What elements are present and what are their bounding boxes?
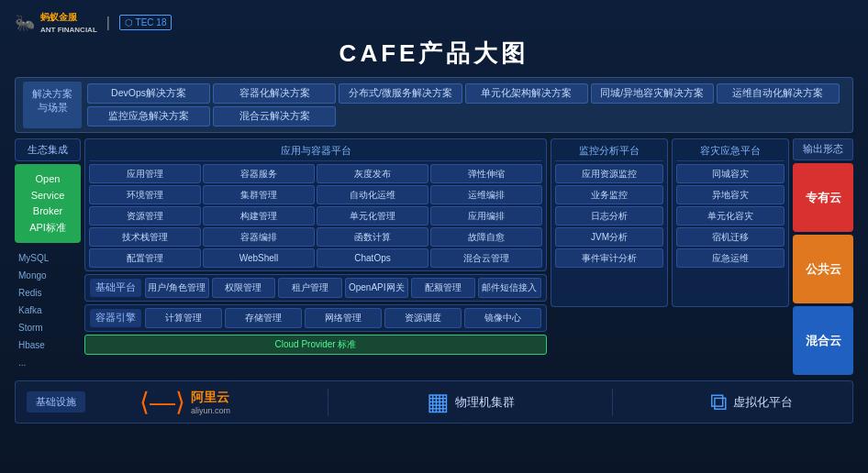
- cell-tenant-mgmt: 租户管理: [278, 278, 342, 298]
- aliyun-icon: ⟨—⟩: [139, 387, 185, 417]
- solutions-bar: 解决方案与场景 DevOps解决方案 容器化解决方案 分布式/微服务解决方案 单…: [15, 77, 853, 133]
- page-wrapper: 🐜 蚂蚁金服ANT FINANCIAL | ⬡ TEC 18 CAFE产品大图 …: [0, 0, 868, 473]
- cell-remote-dr: 异地容灾: [676, 185, 785, 204]
- atec-logo: ⬡ TEC 18: [119, 15, 172, 30]
- top-header: 🐜 蚂蚁金服ANT FINANCIAL | ⬡ TEC 18: [15, 11, 853, 34]
- cell-app-res-monitor: 应用资源监控: [555, 164, 663, 183]
- physical-name: 物理机集群: [455, 394, 515, 411]
- cell-local-dr: 同城容灾: [676, 164, 785, 183]
- infra-row: 基础设施 ⟨—⟩ 阿里云 aliyun.com ▦ 物理机集群: [15, 380, 853, 424]
- disaster-title: 容灾应急平台: [676, 142, 785, 161]
- cell-res-mgmt: 资源管理: [89, 206, 201, 226]
- cell-user-role: 用户/角色管理: [145, 278, 209, 298]
- cell-openapi: OpenAPI网关: [345, 278, 409, 298]
- cell-network-mgmt: 网络管理: [305, 308, 382, 328]
- cell-cluster-mgmt: 集群管理: [203, 185, 315, 204]
- foundation-label: 基础平台: [90, 279, 141, 297]
- cell-jvm-analysis: JVM分析: [555, 227, 663, 247]
- app-platform-grid: 应用管理 容器服务 灰度发布 弹性伸缩 环境管理 集群管理 自动化运维 运维编排…: [89, 164, 542, 268]
- cell-emergency-ops: 应急运维: [676, 248, 785, 268]
- infra-label: 基础设施: [27, 391, 85, 412]
- solution-microservice: 分布式/微服务解决方案: [339, 83, 462, 104]
- container-cells: 计算管理 存储管理 网络管理 资源调度 镜像中心: [145, 308, 541, 328]
- cell-quota-mgmt: 配额管理: [411, 278, 475, 298]
- cell-auto-ops: 自动化运维: [317, 185, 428, 204]
- solution-hybrid: 混合云解决方案: [213, 106, 336, 126]
- aliyun-text: 阿里云 aliyun.com: [191, 390, 230, 415]
- solution-devops: DevOps解决方案: [87, 83, 210, 104]
- eco-label: 生态集成: [28, 144, 68, 155]
- cell-container-svc: 容器服务: [203, 164, 315, 183]
- output-hybrid: 混合云: [793, 306, 853, 375]
- ant-icon: 🐜: [15, 13, 35, 33]
- cell-unit-mgmt: 单元化管理: [317, 206, 428, 226]
- output-label: 输出形态: [793, 138, 853, 160]
- aliyun-sub: aliyun.com: [191, 406, 230, 415]
- eco-column: 生态集成 OpenServiceBrokerAPI标准 MySQLMongoRe…: [15, 138, 81, 375]
- cell-perm-mgmt: 权限管理: [212, 278, 276, 298]
- cell-elastic: 弹性伸缩: [430, 164, 542, 183]
- aliyun-name: 阿里云: [191, 390, 230, 406]
- output-public: 公共云: [793, 235, 853, 303]
- cell-compute-mgmt: 计算管理: [145, 308, 222, 328]
- foundation-section: 基础平台 用户/角色管理 权限管理 租户管理 OpenAPI网关 配额管理 邮件…: [84, 274, 547, 302]
- solutions-label: 解决方案与场景: [23, 82, 82, 128]
- server-icon: ▦: [427, 388, 450, 416]
- tech-list: MySQLMongoRedisKafkaStormHbase...: [15, 246, 81, 375]
- solution-ops-auto: 运维自动化解决方案: [717, 83, 840, 104]
- solution-container: 容器化解决方案: [213, 83, 336, 104]
- infra-vm: ⧉ 虚拟化平台: [710, 388, 793, 416]
- monitor-title: 监控分析平台: [555, 142, 663, 161]
- vm-icon: ⧉: [710, 388, 728, 416]
- cell-chatops: ChatOps: [317, 248, 428, 268]
- cell-env-mgmt: 环境管理: [89, 185, 201, 204]
- cell-stack-mgmt: 技术栈管理: [89, 227, 201, 247]
- cell-build-mgmt: 构建管理: [203, 206, 315, 226]
- solution-monitor: 监控应急解决方案: [87, 106, 210, 126]
- cell-image-center: 镜像中心: [464, 308, 541, 328]
- cell-func-compute: 函数计算: [317, 227, 428, 247]
- cell-hybrid-mgmt: 混合云管理: [430, 248, 542, 268]
- ant-logo: 🐜 蚂蚁金服ANT FINANCIAL | ⬡ TEC 18: [15, 11, 172, 34]
- page-title: CAFE产品大图: [15, 38, 853, 70]
- solutions-items: DevOps解决方案 容器化解决方案 分布式/微服务解决方案 单元化架构解决方案…: [82, 82, 845, 128]
- infra-physical: ▦ 物理机集群: [427, 388, 515, 416]
- disaster-platform: 容灾应急平台 同城容灾 异地容灾 单元化容灾 宿机迁移 应急运维: [672, 138, 789, 307]
- cell-app-arrange: 应用编排: [430, 206, 542, 226]
- solution-unitized: 单元化架构解决方案: [465, 83, 588, 104]
- eco-label-box: 生态集成: [15, 138, 81, 161]
- cell-msg-sms: 邮件短信接入: [478, 278, 542, 298]
- right-spacer3: [551, 362, 789, 375]
- container-section: 容器引擎 计算管理 存储管理 网络管理 资源调度 镜像中心: [84, 304, 547, 332]
- monitor-platform: 监控分析平台 应用资源监控 业务监控 日志分析 JVM分析 事件审计分析: [551, 138, 668, 307]
- main-content: 生态集成 OpenServiceBrokerAPI标准 MySQLMongoRe…: [15, 138, 853, 375]
- right-spacer1: [551, 311, 789, 333]
- disaster-cells: 同城容灾 异地容灾 单元化容灾 宿机迁移 应急运维: [676, 164, 785, 268]
- cell-log-analysis: 日志分析: [555, 206, 663, 226]
- output-column: 输出形态 专有云 公共云 混合云: [793, 138, 853, 375]
- right-spacer2: [551, 336, 789, 358]
- cell-config-mgmt: 配置管理: [89, 248, 201, 268]
- container-label: 容器引擎: [90, 309, 141, 327]
- vm-content: ⧉ 虚拟化平台: [710, 388, 793, 416]
- cell-unit-dr: 单元化容灾: [676, 206, 785, 226]
- cell-gray-release: 灰度发布: [317, 164, 428, 183]
- cell-fault-heal: 故障自愈: [430, 227, 542, 247]
- cell-storage-mgmt: 存储管理: [225, 308, 302, 328]
- vm-name: 虚拟化平台: [733, 394, 793, 411]
- cell-host-migrate: 宿机迁移: [676, 227, 785, 247]
- cell-event-audit: 事件审计分析: [555, 248, 663, 268]
- output-private: 专有云: [793, 163, 853, 232]
- aliyun-content: ⟨—⟩ 阿里云 aliyun.com: [139, 387, 230, 417]
- open-service-box: OpenServiceBrokerAPI标准: [15, 164, 81, 243]
- infra-divider2: [612, 389, 613, 416]
- right-platform-row: 监控分析平台 应用资源监控 业务监控 日志分析 JVM分析 事件审计分析 容灾应…: [551, 138, 789, 307]
- cell-container-arrange: 容器编排: [203, 227, 315, 247]
- cell-biz-monitor: 业务监控: [555, 185, 663, 204]
- ant-text: 蚂蚁金服ANT FINANCIAL: [40, 11, 97, 34]
- infra-items: ⟨—⟩ 阿里云 aliyun.com ▦ 物理机集群 ⧉: [91, 387, 841, 417]
- center-column: 应用与容器平台 应用管理 容器服务 灰度发布 弹性伸缩 环境管理 集群管理 自动…: [84, 138, 547, 375]
- solution-disaster: 同城/异地容灾解决方案: [591, 83, 714, 104]
- cell-ops-arrange: 运维编排: [430, 185, 542, 204]
- cell-app-mgmt: 应用管理: [89, 164, 201, 183]
